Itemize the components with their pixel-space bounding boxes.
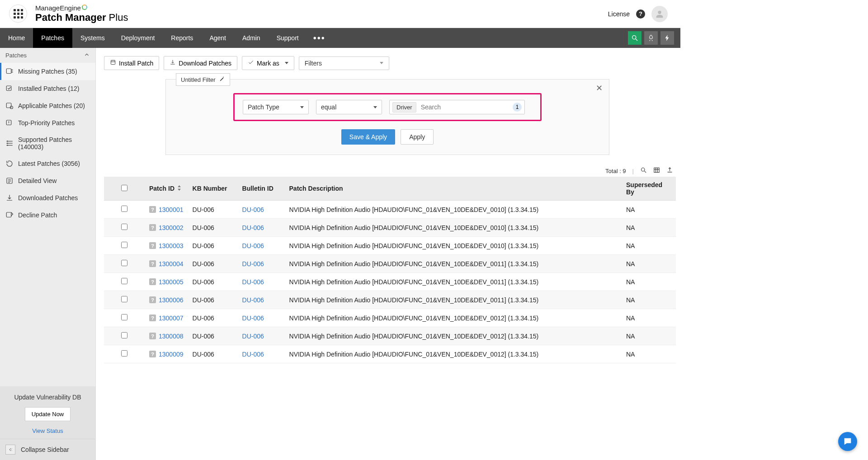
sidebar-item-installed[interactable]: Installed Patches (12) <box>0 80 95 97</box>
brand-text: ManageEngine Patch Manager Plus <box>35 4 128 23</box>
patch-id-link[interactable]: 1300009 <box>159 351 184 358</box>
chevron-up-icon[interactable] <box>84 52 90 59</box>
view-status-link[interactable]: View Status <box>5 427 91 434</box>
row-checkbox[interactable] <box>121 206 127 212</box>
nav-search-button[interactable] <box>628 31 642 45</box>
bulletin-link[interactable]: DU-006 <box>242 351 264 358</box>
filter-search-input[interactable] <box>420 102 509 113</box>
filter-field-select[interactable]: Patch Type <box>243 100 309 114</box>
caret-down-icon <box>373 106 377 108</box>
sidebar-item-decline[interactable]: Decline Patch <box>0 207 95 224</box>
bulletin-link[interactable]: DU-006 <box>242 314 264 322</box>
svg-line-23 <box>644 171 646 173</box>
table-search-icon[interactable] <box>640 167 647 175</box>
bulletin-link[interactable]: DU-006 <box>242 206 264 213</box>
patch-desc-cell: NVIDIA High Definition Audio [HDAUDIO\FU… <box>285 309 622 327</box>
row-checkbox[interactable] <box>121 314 127 320</box>
nav-item-patches[interactable]: Patches <box>33 28 72 48</box>
sidebar-item-applicable[interactable]: Applicable Patches (20) <box>0 97 95 114</box>
bulletin-link[interactable]: DU-006 <box>242 242 264 249</box>
sidebar-header-label: Patches <box>5 52 27 59</box>
patch-id-link[interactable]: 1300007 <box>159 314 184 322</box>
patch-id-link[interactable]: 1300003 <box>159 242 184 249</box>
nav-item-agent[interactable]: Agent <box>201 28 234 48</box>
save-apply-button[interactable]: Save & Apply <box>341 129 395 145</box>
col-superseded-by[interactable]: Superseded By <box>622 177 676 201</box>
patch-id-link[interactable]: 1300001 <box>159 206 184 213</box>
unknown-status-icon: ? <box>149 351 156 357</box>
col-patch-id[interactable]: Patch ID <box>145 177 188 201</box>
sidebar-item-detailed[interactable]: Detailed View <box>0 172 95 189</box>
filter-operator-select[interactable]: equal <box>316 100 382 114</box>
vuln-title: Update Vulnerability DB <box>5 394 91 401</box>
sidebar-item-missing[interactable]: Missing Patches (35) <box>0 63 95 80</box>
nav-bolt-button[interactable] <box>660 31 674 45</box>
row-checkbox[interactable] <box>121 296 127 302</box>
patch-id-link[interactable]: 1300002 <box>159 224 184 231</box>
pencil-icon[interactable] <box>219 76 225 83</box>
nav-item-home[interactable]: Home <box>0 28 33 48</box>
select-all-checkbox[interactable] <box>121 185 127 191</box>
unknown-status-icon: ? <box>149 242 156 249</box>
unknown-status-icon: ? <box>149 296 156 303</box>
nav-item-reports[interactable]: Reports <box>163 28 201 48</box>
col-kb-number[interactable]: KB Number <box>188 177 238 201</box>
filters-label: Filters <box>305 60 322 67</box>
nav-item-deployment[interactable]: Deployment <box>113 28 163 48</box>
patch-id-link[interactable]: 1300004 <box>159 260 184 268</box>
sidebar-item-label: Detailed View <box>18 177 57 184</box>
patch-id-link[interactable]: 1300005 <box>159 278 184 286</box>
collapse-sidebar-button[interactable]: Collapse Sidebar <box>0 439 95 460</box>
nav-more-button[interactable]: ••• <box>307 28 332 48</box>
user-avatar[interactable] <box>651 6 668 22</box>
priority-icon <box>5 119 14 127</box>
table-row: ?1300001DU-006DU-006NVIDIA High Definiti… <box>104 201 676 219</box>
row-checkbox[interactable] <box>121 260 127 266</box>
table-columns-icon[interactable] <box>653 167 660 175</box>
filters-dropdown[interactable]: Filters <box>299 56 389 70</box>
missing-icon <box>5 67 14 75</box>
sidebar-item-priority[interactable]: Top-Priority Patches <box>0 114 95 131</box>
bulletin-link[interactable]: DU-006 <box>242 333 264 340</box>
help-icon[interactable]: ? <box>636 9 645 19</box>
downloaded-icon <box>5 194 14 202</box>
close-icon[interactable]: ✕ <box>596 83 603 93</box>
nav-item-support[interactable]: Support <box>269 28 307 48</box>
patch-id-link[interactable]: 1300008 <box>159 333 184 340</box>
table-header-row: Patch ID KB Number Bulletin ID Patch Des… <box>104 177 676 201</box>
chat-fab-button[interactable] <box>838 432 857 451</box>
download-patches-button[interactable]: Download Patches <box>164 56 237 70</box>
patch-id-link[interactable]: 1300006 <box>159 296 184 304</box>
row-checkbox[interactable] <box>121 332 127 338</box>
superseded-cell: NA <box>622 291 676 309</box>
nav-item-admin[interactable]: Admin <box>234 28 269 48</box>
sidebar-header[interactable]: Patches <box>0 48 95 63</box>
row-checkbox[interactable] <box>121 278 127 284</box>
table-export-icon[interactable] <box>666 167 673 175</box>
apps-launcher-button[interactable] <box>9 5 27 23</box>
sidebar-item-supported[interactable]: Supported Patches (140003) <box>0 131 95 155</box>
sidebar-item-downloaded[interactable]: Downloaded Patches <box>0 189 95 207</box>
filter-value-input[interactable]: Driver 1 <box>389 100 525 114</box>
license-link[interactable]: License <box>608 10 630 18</box>
install-patch-button[interactable]: Install Patch <box>104 56 159 70</box>
bulletin-link[interactable]: DU-006 <box>242 260 264 268</box>
row-checkbox[interactable] <box>121 350 127 357</box>
row-checkbox[interactable] <box>121 242 127 248</box>
nav-item-systems[interactable]: Systems <box>72 28 113 48</box>
bulletin-link[interactable]: DU-006 <box>242 278 264 286</box>
row-checkbox[interactable] <box>121 224 127 230</box>
apply-button[interactable]: Apply <box>401 129 434 145</box>
table-row: ?1300003DU-006DU-006NVIDIA High Definiti… <box>104 237 676 255</box>
col-bulletin-id[interactable]: Bulletin ID <box>238 177 285 201</box>
mark-as-button[interactable]: Mark as <box>242 56 294 70</box>
svg-rect-24 <box>654 168 659 173</box>
bulletin-link[interactable]: DU-006 <box>242 296 264 304</box>
filter-name-tab[interactable]: Untitled Filter <box>176 73 230 86</box>
sidebar-item-latest[interactable]: Latest Patches (3056) <box>0 155 95 172</box>
bulletin-link[interactable]: DU-006 <box>242 224 264 231</box>
nav-rocket-button[interactable] <box>644 31 658 45</box>
filter-chip[interactable]: Driver <box>392 102 416 113</box>
update-now-button[interactable]: Update Now <box>25 407 71 421</box>
col-patch-desc[interactable]: Patch Description <box>285 177 622 201</box>
